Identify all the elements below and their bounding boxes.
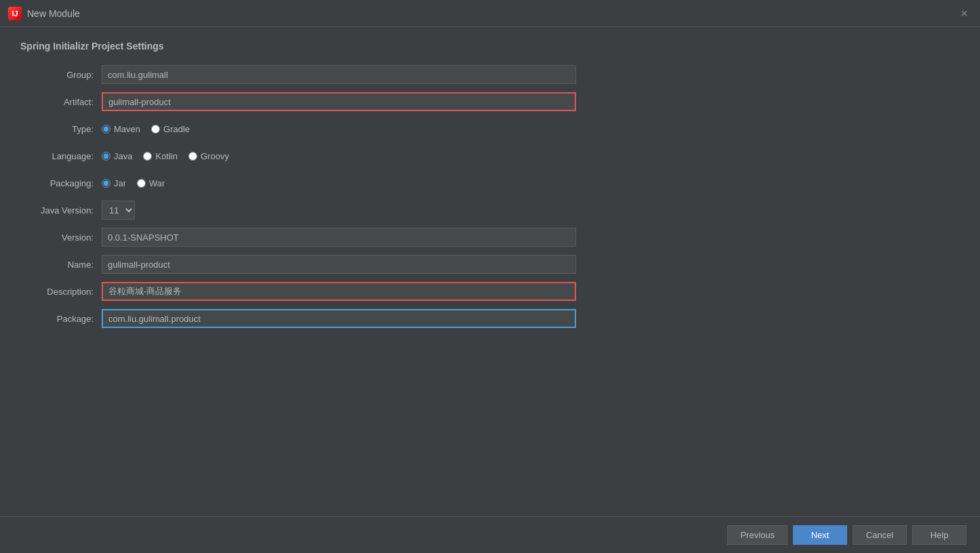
type-gradle-label: Gradle xyxy=(163,124,190,134)
language-kotlin-label: Kotlin xyxy=(155,151,178,161)
group-input[interactable] xyxy=(102,65,576,84)
name-input[interactable] xyxy=(102,255,576,274)
section-title: Spring Initializr Project Settings xyxy=(20,41,960,52)
previous-button[interactable]: Previous xyxy=(727,525,788,545)
title-bar: IJ New Module × xyxy=(0,0,980,27)
dialog-window: IJ New Module × Spring Initializr Projec… xyxy=(0,0,980,553)
packaging-war-label: War xyxy=(149,178,165,188)
java-version-select[interactable]: 8 11 17 xyxy=(102,201,135,220)
packaging-label: Packaging: xyxy=(20,178,102,188)
app-icon: IJ xyxy=(8,7,22,20)
language-java-radio[interactable] xyxy=(102,152,110,161)
artifact-row: Artifact: xyxy=(20,92,960,111)
version-label: Version: xyxy=(20,232,102,243)
app-icon-label: IJ xyxy=(12,9,18,18)
packaging-war-radio[interactable] xyxy=(137,179,146,188)
type-maven-option[interactable]: Maven xyxy=(102,124,140,134)
group-row: Group: xyxy=(20,65,960,84)
language-groovy-label: Groovy xyxy=(201,151,229,161)
packaging-jar-label: Jar xyxy=(114,178,126,188)
language-kotlin-option[interactable]: Kotlin xyxy=(143,151,178,161)
packaging-row: Packaging: Jar War xyxy=(20,173,960,192)
help-button[interactable]: Help xyxy=(912,525,966,545)
packaging-war-option[interactable]: War xyxy=(137,178,165,188)
language-groovy-radio[interactable] xyxy=(188,152,197,161)
next-button[interactable]: Next xyxy=(793,525,847,545)
title-bar-left: IJ New Module xyxy=(8,7,80,20)
version-input[interactable] xyxy=(102,228,576,247)
type-maven-radio[interactable] xyxy=(102,125,110,134)
package-input[interactable] xyxy=(102,309,576,328)
packaging-radio-group: Jar War xyxy=(102,178,165,188)
language-radio-group: Java Kotlin Groovy xyxy=(102,151,229,161)
close-button[interactable]: × xyxy=(956,6,972,21)
dialog-content: Spring Initializr Project Settings Group… xyxy=(0,27,980,516)
language-row: Language: Java Kotlin Groovy xyxy=(20,146,960,165)
type-label: Type: xyxy=(20,124,102,134)
java-version-label: Java Version: xyxy=(20,205,102,216)
description-input[interactable] xyxy=(102,282,576,301)
type-maven-label: Maven xyxy=(114,124,140,134)
package-row: Package: xyxy=(20,309,960,328)
package-label: Package: xyxy=(20,314,102,324)
language-groovy-option[interactable]: Groovy xyxy=(188,151,229,161)
type-radio-group: Maven Gradle xyxy=(102,124,190,134)
java-version-row: Java Version: 8 11 17 xyxy=(20,201,960,220)
description-label: Description: xyxy=(20,287,102,297)
cancel-button[interactable]: Cancel xyxy=(853,525,907,545)
name-label: Name: xyxy=(20,260,102,270)
type-row: Type: Maven Gradle xyxy=(20,119,960,138)
dialog-footer: Previous Next Cancel Help xyxy=(0,516,980,553)
dialog-title: New Module xyxy=(27,8,80,19)
version-row: Version: xyxy=(20,228,960,247)
language-label: Language: xyxy=(20,151,102,161)
language-java-label: Java xyxy=(114,151,132,161)
type-gradle-radio[interactable] xyxy=(151,125,160,134)
packaging-jar-radio[interactable] xyxy=(102,179,110,188)
language-kotlin-radio[interactable] xyxy=(143,152,152,161)
packaging-jar-option[interactable]: Jar xyxy=(102,178,126,188)
group-label: Group: xyxy=(20,70,102,80)
type-gradle-option[interactable]: Gradle xyxy=(151,124,190,134)
artifact-input[interactable] xyxy=(102,92,576,111)
artifact-label: Artifact: xyxy=(20,97,102,107)
language-java-option[interactable]: Java xyxy=(102,151,132,161)
name-row: Name: xyxy=(20,255,960,274)
description-row: Description: xyxy=(20,282,960,301)
